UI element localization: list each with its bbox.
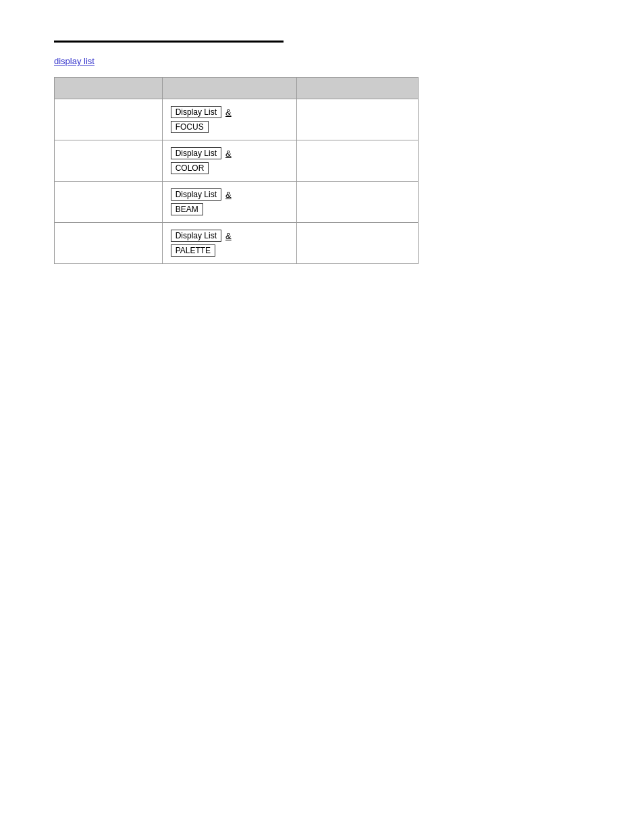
table-cell-col1-row4 [55, 223, 163, 264]
table-row: Display List & FOCUS [55, 99, 419, 140]
table-cell-col2-row4: Display List & PALETTE [162, 223, 297, 264]
button-row-row3: Display List & [171, 188, 289, 201]
display-list-button-row2[interactable]: Display List [171, 147, 221, 159]
main-table: Display List & FOCUS Display List & [54, 77, 419, 264]
cell-content-row1: Display List & FOCUS [171, 106, 289, 133]
table-cell-col1-row1 [55, 99, 163, 140]
display-list-button-row4[interactable]: Display List [171, 230, 221, 242]
operator-row4: & [225, 231, 232, 241]
table-header-col1 [55, 78, 163, 99]
beam-keyword[interactable]: BEAM [171, 203, 203, 215]
operator-row3: & [225, 190, 232, 200]
button-row-row2: Display List & [171, 147, 289, 159]
operator-row2: & [225, 149, 232, 159]
palette-keyword[interactable]: PALETTE [171, 244, 215, 257]
keyword-row4: PALETTE [171, 244, 289, 257]
cell-content-row4: Display List & PALETTE [171, 230, 289, 257]
button-row-row1: Display List & [171, 106, 289, 118]
operator-row1: & [225, 107, 232, 118]
table-cell-col2-row3: Display List & BEAM [162, 182, 297, 223]
focus-keyword[interactable]: FOCUS [171, 121, 209, 133]
table-cell-col1-row2 [55, 140, 163, 182]
table-cell-col3-row2 [297, 140, 419, 182]
table-cell-col3-row4 [297, 223, 419, 264]
table-row: Display List & PALETTE [55, 223, 419, 264]
table-header-col3 [297, 78, 419, 99]
keyword-row2: COLOR [171, 162, 289, 174]
display-list-link[interactable]: display list [54, 56, 95, 66]
keyword-row1: FOCUS [171, 121, 289, 133]
display-list-button-row1[interactable]: Display List [171, 106, 221, 118]
table-cell-col2-row2: Display List & COLOR [162, 140, 297, 182]
section-divider [54, 41, 284, 43]
display-list-button-row3[interactable]: Display List [171, 188, 221, 201]
keyword-row3: BEAM [171, 203, 289, 215]
cell-content-row2: Display List & COLOR [171, 147, 289, 174]
table-cell-col3-row3 [297, 182, 419, 223]
cell-content-row3: Display List & BEAM [171, 188, 289, 215]
table-cell-col3-row1 [297, 99, 419, 140]
table-cell-col1-row3 [55, 182, 163, 223]
table-row: Display List & COLOR [55, 140, 419, 182]
button-row-row4: Display List & [171, 230, 289, 242]
color-keyword[interactable]: COLOR [171, 162, 209, 174]
table-cell-col2-row1: Display List & FOCUS [162, 99, 297, 140]
table-row: Display List & BEAM [55, 182, 419, 223]
table-header-col2 [162, 78, 297, 99]
